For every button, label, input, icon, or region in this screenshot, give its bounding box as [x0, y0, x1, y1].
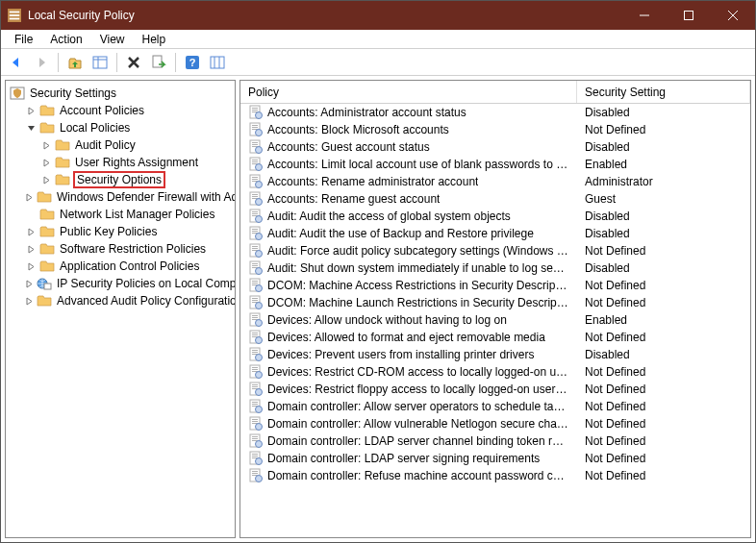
tree-item[interactable]: Windows Defender Firewall with Advanced …	[10, 188, 235, 206]
svg-rect-36	[252, 160, 258, 160]
menu-action[interactable]: Action	[42, 31, 89, 48]
tree-item[interactable]: Software Restriction Policies	[10, 240, 235, 258]
policy-row[interactable]: Devices: Allowed to format and eject rem…	[240, 329, 750, 346]
policy-setting: Not Defined	[577, 434, 750, 448]
tree-item-label: IP Security Policies on Local Computer	[55, 276, 236, 291]
back-button[interactable]	[5, 51, 28, 74]
policy-row[interactable]: Accounts: Block Microsoft accountsNot De…	[240, 121, 750, 138]
menu-file[interactable]: File	[7, 31, 40, 48]
collapse-icon[interactable]	[25, 122, 37, 134]
tree-item-label: Software Restriction Policies	[58, 241, 208, 257]
tree-item[interactable]: Network List Manager Policies	[10, 206, 235, 223]
policy-row[interactable]: Domain controller: Allow server operator…	[240, 398, 750, 415]
expand-icon[interactable]	[25, 226, 37, 237]
folder-icon	[39, 241, 55, 257]
policy-row[interactable]: Domain controller: Refuse machine accoun…	[240, 467, 750, 484]
policy-row[interactable]: DCOM: Machine Access Restrictions in Sec…	[240, 277, 750, 294]
policy-row[interactable]: Audit: Shut down system immediately if u…	[240, 259, 750, 277]
folder-icon	[37, 293, 52, 309]
tree-item-label: Audit Policy	[73, 137, 138, 153]
svg-point-69	[256, 268, 263, 275]
policy-name: Accounts: Rename administrator account	[267, 175, 478, 188]
svg-rect-71	[252, 281, 258, 282]
menu-help[interactable]: Help	[135, 31, 174, 48]
svg-rect-41	[252, 177, 258, 178]
svg-rect-107	[252, 404, 258, 405]
tree-item[interactable]: IP Security Policies on Local Computer	[10, 275, 235, 292]
policy-row[interactable]: Accounts: Rename guest accountGuest	[240, 190, 750, 208]
policy-icon	[248, 243, 264, 259]
svg-rect-31	[252, 142, 258, 143]
delete-button[interactable]	[122, 51, 145, 74]
policy-name: Audit: Force audit policy subcategory se…	[267, 244, 569, 258]
tree-item[interactable]: Advanced Audit Policy Configuration	[10, 292, 235, 309]
list-header: Policy Security Setting	[240, 81, 750, 104]
policy-row[interactable]: Devices: Restrict floppy access to local…	[240, 381, 750, 398]
policy-name: Accounts: Limit local account use of bla…	[267, 158, 569, 171]
column-header-policy[interactable]: Policy	[240, 81, 577, 103]
properties-button[interactable]	[206, 51, 229, 74]
policy-name: Audit: Audit the access of global system…	[267, 210, 511, 223]
policy-row[interactable]: Accounts: Administrator account statusDi…	[240, 104, 750, 121]
expand-icon[interactable]	[25, 105, 37, 116]
svg-point-129	[256, 476, 263, 482]
expand-icon[interactable]	[25, 278, 34, 289]
help-button[interactable]: ?	[181, 51, 204, 74]
svg-text:?: ?	[189, 57, 196, 68]
expand-icon[interactable]	[25, 260, 37, 272]
policy-row[interactable]: Domain controller: LDAP server signing r…	[240, 450, 750, 467]
svg-rect-19	[44, 284, 51, 289]
svg-rect-42	[252, 179, 258, 180]
list-pane[interactable]: ⌃ Policy Security Setting Accounts: Admi…	[239, 80, 751, 538]
tree-item[interactable]: Audit Policy	[10, 136, 235, 154]
policy-row[interactable]: Audit: Force audit policy subcategory se…	[240, 242, 750, 259]
column-header-setting[interactable]: Security Setting	[577, 81, 750, 103]
tree-pane[interactable]: Security Settings Account PoliciesLocal …	[5, 80, 236, 538]
tree-item[interactable]: Local Policies	[10, 119, 235, 136]
close-button[interactable]	[711, 1, 755, 30]
policy-row[interactable]: Devices: Restrict CD-ROM access to local…	[240, 363, 750, 381]
svg-rect-61	[252, 246, 258, 247]
policy-row[interactable]: DCOM: Machine Launch Restrictions in Sec…	[240, 294, 750, 311]
tree-item[interactable]: Account Policies	[10, 102, 235, 119]
minimize-button[interactable]	[622, 1, 667, 30]
expand-icon[interactable]	[40, 139, 52, 151]
policy-row[interactable]: Devices: Allow undock without having to …	[240, 311, 750, 329]
forward-button[interactable]	[30, 51, 53, 74]
svg-rect-47	[252, 196, 258, 197]
policy-row[interactable]: Accounts: Limit local account use of bla…	[240, 156, 750, 173]
expand-icon[interactable]	[40, 157, 52, 168]
policy-row[interactable]: Accounts: Guest account statusDisabled	[240, 138, 750, 156]
policy-icon	[248, 174, 264, 189]
tree-item-label: Local Policies	[58, 120, 132, 136]
tree-item[interactable]: User Rights Assignment	[10, 154, 235, 171]
svg-rect-122	[252, 456, 258, 457]
expand-icon[interactable]	[25, 295, 34, 307]
expand-icon[interactable]	[40, 174, 52, 185]
policy-row[interactable]: Domain controller: Allow vulnerable Netl…	[240, 415, 750, 432]
up-button[interactable]	[63, 51, 87, 74]
menu-view[interactable]: View	[92, 31, 133, 48]
show-hide-tree-button[interactable]	[88, 51, 112, 74]
tree-item-label: User Rights Assignment	[73, 155, 200, 170]
tree-item[interactable]: Security Options	[10, 171, 235, 188]
tree-root[interactable]: Security Settings	[10, 85, 235, 102]
tree-item[interactable]: Public Key Policies	[10, 223, 235, 240]
tree-item[interactable]: Application Control Policies	[10, 258, 235, 275]
expand-icon[interactable]	[25, 243, 37, 255]
svg-rect-106	[252, 402, 258, 403]
policy-name: Devices: Restrict floppy access to local…	[267, 383, 569, 396]
expand-icon[interactable]	[25, 191, 34, 203]
svg-point-49	[256, 199, 263, 206]
toolbar-divider	[116, 53, 117, 72]
policy-name: DCOM: Machine Launch Restrictions in Sec…	[267, 296, 569, 309]
policy-row[interactable]: Audit: Audit the use of Backup and Resto…	[240, 225, 750, 242]
policy-name: Audit: Audit the use of Backup and Resto…	[267, 227, 534, 240]
export-button[interactable]	[147, 51, 170, 74]
policy-row[interactable]: Audit: Audit the access of global system…	[240, 208, 750, 225]
policy-row[interactable]: Accounts: Rename administrator accountAd…	[240, 173, 750, 190]
maximize-button[interactable]	[667, 1, 711, 30]
policy-row[interactable]: Domain controller: LDAP server channel b…	[240, 432, 750, 450]
svg-rect-1	[10, 12, 20, 13]
policy-row[interactable]: Devices: Prevent users from installing p…	[240, 346, 750, 363]
